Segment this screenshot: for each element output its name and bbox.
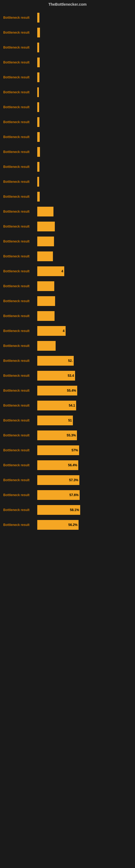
bar <box>37 237 54 246</box>
bar-container <box>37 296 133 306</box>
bottleneck-label: Bottleneck result <box>2 493 37 497</box>
bottleneck-label: Bottleneck result <box>2 75 37 79</box>
bar-container <box>37 162 133 172</box>
bottleneck-label: Bottleneck result <box>2 523 37 527</box>
bar-container <box>37 311 133 321</box>
bar <box>37 28 40 37</box>
table-row: Bottleneck result4 <box>0 264 135 278</box>
bottleneck-label: Bottleneck result <box>2 433 37 437</box>
bar-container: 54.1 <box>37 401 133 410</box>
bottleneck-label: Bottleneck result <box>2 344 37 348</box>
bar-container <box>37 237 133 246</box>
table-row: Bottleneck result <box>0 85 135 99</box>
header: TheBottlenecker.com <box>0 0 135 10</box>
table-row: Bottleneck result56.2% <box>0 518 135 532</box>
table-row: Bottleneck result54.1 <box>0 399 135 412</box>
table-row: Bottleneck result <box>0 309 135 323</box>
bar-container: 57.6% <box>37 490 133 500</box>
table-row: Bottleneck result <box>0 55 135 69</box>
bottleneck-label: Bottleneck result <box>2 299 37 303</box>
bottleneck-label: Bottleneck result <box>2 404 37 407</box>
table-row: Bottleneck result <box>0 115 135 129</box>
bar-container <box>37 341 133 351</box>
bottleneck-label: Bottleneck result <box>2 61 37 64</box>
table-row: Bottleneck result <box>0 26 135 40</box>
bar <box>37 222 55 231</box>
bottleneck-label: Bottleneck result <box>2 284 37 288</box>
bottleneck-label: Bottleneck result <box>2 314 37 318</box>
bar-container <box>37 192 133 202</box>
table-row: Bottleneck result <box>0 249 135 264</box>
bottleneck-label: Bottleneck result <box>2 359 37 363</box>
bar <box>37 117 39 127</box>
bottleneck-label: Bottleneck result <box>2 254 37 258</box>
bottleneck-label: Bottleneck result <box>2 120 37 124</box>
table-row: Bottleneck result52. <box>0 354 135 368</box>
bottleneck-label: Bottleneck result <box>2 508 37 512</box>
table-row: Bottleneck result4 <box>0 324 135 338</box>
bar <box>37 341 56 351</box>
table-row: Bottleneck result <box>0 219 135 234</box>
bar-container <box>37 72 133 82</box>
table-row: Bottleneck result <box>0 100 135 114</box>
site-title: TheBottlenecker.com <box>0 0 135 10</box>
bar-container <box>37 207 133 216</box>
bar-container <box>37 58 133 67</box>
bar-container <box>37 177 133 187</box>
bar-container <box>37 117 133 127</box>
bottleneck-label: Bottleneck result <box>2 329 37 333</box>
bar <box>37 102 39 112</box>
bar-container: 4 <box>37 326 133 336</box>
bar <box>37 177 39 187</box>
bar-container <box>37 87 133 97</box>
bottleneck-label: Bottleneck result <box>2 240 37 243</box>
table-row: Bottleneck result55.3% <box>0 428 135 442</box>
table-row: Bottleneck result <box>0 40 135 55</box>
table-row: Bottleneck result56.4% <box>0 458 135 472</box>
table-row: Bottleneck result57.3% <box>0 473 135 487</box>
bar-container: 51 <box>37 415 133 425</box>
table-row: Bottleneck result <box>0 145 135 159</box>
bottleneck-label: Bottleneck result <box>2 195 37 198</box>
bar <box>37 72 39 82</box>
bar <box>37 296 55 306</box>
bar <box>37 13 39 23</box>
bar-container: 56.4% <box>37 460 133 470</box>
bar-container: 58.1% <box>37 505 133 515</box>
bar: 54.1 <box>37 401 76 410</box>
bottleneck-label: Bottleneck result <box>2 45 37 50</box>
bar <box>37 192 40 202</box>
table-row: Bottleneck result <box>0 339 135 353</box>
table-row: Bottleneck result57.6% <box>0 488 135 502</box>
bar: 56.4% <box>37 460 78 470</box>
bottleneck-label: Bottleneck result <box>2 16 37 20</box>
table-row: Bottleneck result <box>0 235 135 248</box>
bar-container: 52. <box>37 356 133 366</box>
bar: 57.3% <box>37 475 79 485</box>
bar-container <box>37 281 133 291</box>
bar <box>37 42 39 52</box>
bar <box>37 132 40 142</box>
bar: 58.1% <box>37 505 80 515</box>
table-row: Bottleneck result <box>0 205 135 219</box>
bottleneck-label: Bottleneck result <box>2 463 37 467</box>
bar <box>37 251 53 261</box>
bar <box>37 162 39 172</box>
bottleneck-label: Bottleneck result <box>2 31 37 34</box>
bottleneck-label: Bottleneck result <box>2 90 37 94</box>
bar: 52. <box>37 356 74 366</box>
bar <box>37 87 39 97</box>
table-row: Bottleneck result <box>0 160 135 174</box>
bar: 55.4% <box>37 386 77 396</box>
table-row: Bottleneck result <box>0 10 135 25</box>
bar-container: 55.4% <box>37 386 133 396</box>
bottleneck-label: Bottleneck result <box>2 210 37 214</box>
bar-container <box>37 13 133 23</box>
table-row: Bottleneck result <box>0 279 135 293</box>
bottleneck-label: Bottleneck result <box>2 418 37 422</box>
bar-container: 56.2% <box>37 520 133 530</box>
bar <box>37 207 53 216</box>
bar: 56.2% <box>37 520 79 530</box>
bottleneck-label: Bottleneck result <box>2 448 37 452</box>
bar <box>37 58 40 67</box>
